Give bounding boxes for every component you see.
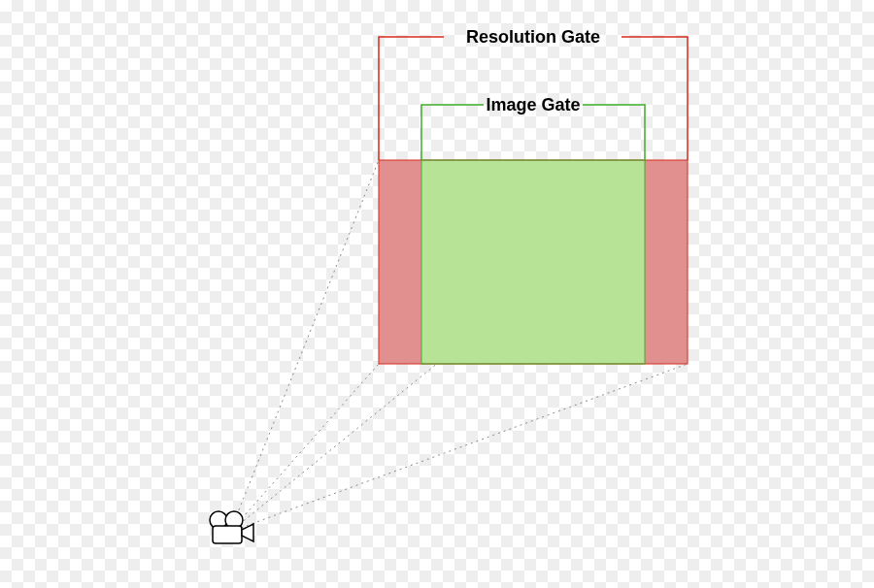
image-gate-label: Image Gate <box>486 95 580 114</box>
svg-line-3 <box>230 364 688 532</box>
image-gate-area <box>421 160 645 364</box>
svg-rect-7 <box>213 526 242 543</box>
svg-line-0 <box>230 160 379 532</box>
svg-line-2 <box>230 364 379 532</box>
camera-icon <box>210 511 253 543</box>
resolution-gate-label: Resolution Gate <box>466 27 600 47</box>
